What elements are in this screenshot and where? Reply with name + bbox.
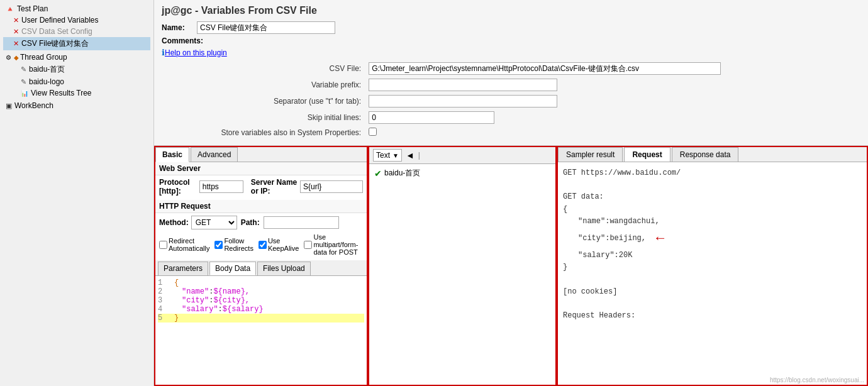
name-input[interactable] [197, 21, 335, 34]
response-line-2 [563, 179, 862, 191]
sidebar-item-view-results[interactable]: 📊 View Results Tree [3, 87, 150, 99]
response-content: GET https://www.baidu.com/ GET data: { "… [558, 162, 867, 375]
tab-response-data[interactable]: Response data [672, 147, 739, 162]
watermark: https://blog.csdn.net/woxingsuai... [558, 375, 867, 385]
sidebar-item-thread-group[interactable]: ⚙ ◆ Thread Group [3, 52, 150, 63]
response-line-3: GET data: [563, 191, 862, 203]
code-line-3: 3 "city":${city}, [158, 296, 364, 305]
response-line-11 [563, 298, 862, 310]
sidebar-item-csv-data-set[interactable]: ✕ CSV Data Set Config [3, 26, 150, 37]
csv-file-input[interactable] [369, 62, 721, 75]
sidebar-item-label: CSV Data Set Config [21, 27, 92, 36]
sidebar-item-label: Thread Group [20, 53, 67, 62]
store-vars-row: Store variables also in System Propertie… [163, 126, 859, 139]
response-line-4: { [563, 204, 862, 216]
code-line-4: 4 "salary":${salary} [158, 305, 364, 314]
http-request-content: Method: GET POST PUT DELETE Path: [155, 213, 367, 260]
tab-advanced[interactable]: Advanced [191, 147, 238, 162]
response-line-1: GET https://www.baidu.com/ [563, 167, 862, 179]
web-server-content: Protocol [http]: Server Name or IP: [155, 175, 367, 200]
code-line-5: 5 } [158, 314, 364, 323]
result-item-baidu-home[interactable]: ✔ baidu-首页 [372, 167, 553, 180]
path-input[interactable] [264, 216, 339, 229]
user-defined-icon: ✕ [13, 16, 19, 25]
tab-parameters[interactable]: Parameters [158, 262, 208, 275]
tab-body-data[interactable]: Body Data [209, 262, 256, 275]
result-label: baidu-首页 [384, 168, 420, 179]
help-row: ℹ Help on this plugin [162, 48, 860, 57]
http-panel: Basic Advanced Web Server Protocol [http… [154, 146, 368, 386]
server-label: Server Name or IP: [251, 178, 298, 196]
response-line-10: [no cookies] [563, 286, 862, 298]
test-plan-icon: 🔺 [6, 5, 14, 13]
code-line-2: 2 "name":${name}, [158, 287, 364, 296]
response-line-9 [563, 274, 862, 286]
view-results-icon: 📊 [21, 90, 28, 97]
results-list: ✔ baidu-首页 [369, 164, 555, 385]
tab-files-upload[interactable]: Files Upload [257, 262, 311, 275]
nav-divider: | [418, 151, 420, 160]
multipart-text: Use multipart/form-data for POST [313, 233, 363, 256]
tab-basic[interactable]: Basic [155, 147, 189, 162]
redirect-auto-text: Redirect Automatically [169, 237, 209, 252]
store-checkbox[interactable] [369, 128, 377, 136]
separator-input[interactable] [369, 95, 557, 108]
web-server-section: Web Server [155, 162, 367, 175]
nav-prev-icon[interactable]: ◄ [406, 150, 415, 160]
variable-prefix-row: Variable prefix: [163, 77, 859, 92]
server-input[interactable] [300, 180, 363, 193]
http-tab-bar: Basic Advanced [155, 147, 367, 162]
sidebar-item-label: baidu-logo [29, 77, 64, 86]
inner-tab-bar: Parameters Body Data Files Upload [155, 260, 367, 276]
filter-label: Text [376, 151, 390, 160]
protocol-input[interactable] [199, 180, 243, 193]
skip-lines-label: Skip initial lines: [163, 110, 365, 125]
csv-file-label: CSV File: [163, 61, 365, 76]
sidebar-item-csv-file[interactable]: ✕ CSV File键值对集合 [3, 37, 150, 50]
response-tab-bar: Sampler result Request Response data [558, 147, 867, 162]
red-arrow-icon: ← [656, 228, 664, 250]
keepalive-checkbox[interactable] [259, 241, 267, 249]
sidebar-item-test-plan[interactable]: 🔺 Test Plan [3, 3, 150, 14]
sidebar-item-baidu-logo[interactable]: ✎ baidu-logo [3, 76, 150, 87]
follow-redirects-checkbox[interactable] [214, 241, 223, 249]
csv-file-icon: ✕ [13, 40, 19, 48]
response-line-8: } [563, 262, 862, 273]
follow-redirects-text: Follow Redirects [224, 237, 253, 252]
skip-lines-input[interactable] [369, 111, 494, 124]
tab-request[interactable]: Request [624, 147, 670, 162]
redirect-auto-label[interactable]: Redirect Automatically [159, 237, 209, 252]
protocol-label: Protocol [http]: [159, 178, 197, 196]
redirect-auto-checkbox[interactable] [159, 241, 167, 249]
checkboxes-row: Redirect Automatically Follow Redirects … [159, 231, 363, 258]
variable-prefix-input[interactable] [369, 79, 557, 91]
csv-file-row: CSV File: [163, 61, 859, 76]
multipart-checkbox[interactable] [304, 241, 312, 249]
method-label: Method: [159, 218, 189, 227]
comments-row: Comments: [162, 36, 860, 45]
keepalive-label[interactable]: Use KeepAlive [259, 237, 299, 252]
city-line-text: "city":beijing, [578, 233, 646, 245]
fields-table: CSV File: Variable prefix: Separator (us… [162, 60, 860, 140]
multipart-label[interactable]: Use multipart/form-data for POST [304, 233, 363, 256]
follow-redirects-label[interactable]: Follow Redirects [214, 237, 253, 252]
sidebar-item-baidu-home[interactable]: ✎ baidu-首页 [3, 63, 150, 76]
code-editor[interactable]: 1 { 2 "name":${name}, 3 "city":${city}, [155, 276, 367, 385]
separator-row: Separator (use "t" for tab): [163, 94, 859, 109]
filter-dropdown[interactable]: Text ▼ [373, 149, 402, 162]
name-label: Name: [162, 23, 193, 32]
method-select[interactable]: GET POST PUT DELETE [191, 216, 237, 229]
main-area: jp@gc - Variables From CSV File Name: Co… [154, 0, 868, 386]
response-line-12: Request Headers: [563, 310, 862, 322]
sidebar-item-label: View Results Tree [31, 89, 92, 97]
path-label: Path: [241, 218, 260, 227]
config-panel: jp@gc - Variables From CSV File Name: Co… [154, 0, 868, 146]
skip-lines-row: Skip initial lines: [163, 110, 859, 125]
panels-row: Basic Advanced Web Server Protocol [http… [154, 146, 868, 386]
protocol-row: Protocol [http]: Server Name or IP: [159, 178, 363, 196]
tab-sampler-result[interactable]: Sampler result [558, 147, 623, 162]
thread-group-icon: ⚙ [6, 54, 11, 61]
help-link[interactable]: Help on this plugin [165, 48, 227, 57]
sidebar-item-workbench[interactable]: ▣ WorkBench [3, 100, 150, 111]
sidebar-item-user-defined[interactable]: ✕ User Defined Variables [3, 14, 150, 26]
